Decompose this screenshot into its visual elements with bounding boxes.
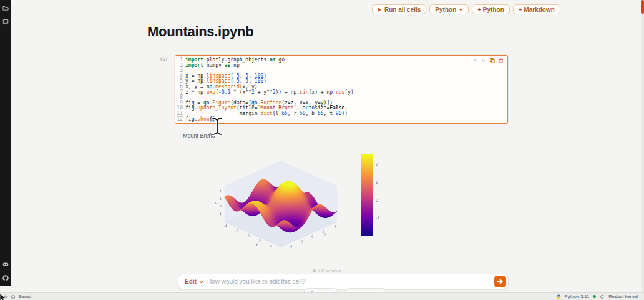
send-button[interactable] bbox=[494, 276, 506, 288]
restart-kernel-icon bbox=[600, 294, 605, 299]
add-markdown-cell-button[interactable]: + Markdown bbox=[513, 4, 560, 14]
scrollbar-thumb[interactable] bbox=[641, 0, 644, 14]
vertical-scrollbar[interactable] bbox=[641, 0, 644, 292]
surface-plot-canvas[interactable] bbox=[193, 147, 374, 252]
page-title: Mountains.ipynb bbox=[147, 24, 253, 40]
move-up-icon[interactable] bbox=[472, 58, 477, 63]
focus-shortcut-hint: ⌘ + K to focus bbox=[312, 269, 341, 274]
python-version-label[interactable]: Python 3.11 bbox=[565, 294, 589, 299]
python-logo-icon bbox=[556, 294, 561, 299]
colorbar-tick-label: -1 bbox=[376, 216, 379, 220]
chevron-down-icon bbox=[199, 280, 203, 284]
line-number: 12 bbox=[175, 117, 185, 122]
cloud-saved-icon bbox=[11, 294, 16, 299]
send-icon bbox=[497, 278, 504, 285]
run-icon bbox=[378, 8, 382, 12]
move-down-icon[interactable] bbox=[481, 58, 486, 63]
colorbar-tick-label: 0 bbox=[376, 198, 378, 202]
run-all-cells-label: Run all cells bbox=[384, 6, 421, 13]
code-line[interactable]: 11 margin=dict(l=65, r=50, b=65, t=90)) bbox=[175, 111, 505, 117]
colorbar-tick-label: 1 bbox=[376, 180, 378, 184]
edit-mode-dropdown[interactable]: Edit bbox=[185, 278, 197, 285]
code-line[interactable]: 2import numpy as np bbox=[175, 63, 505, 69]
status-bar: Saved Python 3.11 Restart kernel bbox=[0, 292, 644, 300]
code-editor[interactable]: 1import plotly.graph_objects as go2impor… bbox=[175, 56, 507, 123]
folder-icon[interactable] bbox=[2, 5, 9, 11]
colorbar bbox=[361, 154, 373, 236]
kernel-status-dot bbox=[593, 295, 596, 298]
ai-edit-bar: Edit bbox=[178, 274, 509, 289]
github-icon[interactable] bbox=[2, 275, 9, 281]
discord-icon[interactable] bbox=[2, 261, 9, 268]
kernel-select-button[interactable]: Python bbox=[429, 4, 469, 14]
kernel-select-label: Python bbox=[435, 6, 456, 13]
run-all-cells-button[interactable]: Run all cells bbox=[372, 4, 426, 14]
ibeam-cursor bbox=[210, 116, 225, 136]
colorbar-ticks: 210-1 bbox=[376, 154, 388, 236]
app-sidebar bbox=[0, 0, 11, 286]
save-status-label: Saved bbox=[18, 294, 31, 299]
notebook-toolbar: Run all cells Python + Python + Markdown bbox=[372, 4, 560, 14]
copy-icon[interactable] bbox=[490, 58, 495, 63]
add-markdown-label: + Markdown bbox=[519, 6, 555, 13]
code-line[interactable]: 7z = np.exp(-0.1 * (x**2 + y**2)) + np.s… bbox=[175, 90, 505, 96]
mouse-cursor-arrow bbox=[0, 294, 6, 300]
ai-edit-input[interactable] bbox=[207, 278, 494, 285]
chevron-down-icon bbox=[459, 8, 463, 12]
execution-count: [6] bbox=[160, 57, 168, 62]
add-python-cell-button[interactable]: + Python bbox=[472, 4, 510, 14]
cell-toolbar bbox=[472, 58, 504, 63]
colorbar-tick-label: 2 bbox=[376, 162, 378, 166]
trash-icon[interactable] bbox=[499, 58, 504, 63]
chat-icon[interactable] bbox=[2, 19, 9, 25]
code-cell[interactable]: 1import plotly.graph_objects as go2impor… bbox=[175, 55, 508, 124]
code-line[interactable]: 12fig.show() bbox=[175, 117, 505, 122]
add-python-label: + Python bbox=[477, 6, 504, 13]
restart-kernel-button[interactable]: Restart kernel bbox=[608, 294, 638, 299]
